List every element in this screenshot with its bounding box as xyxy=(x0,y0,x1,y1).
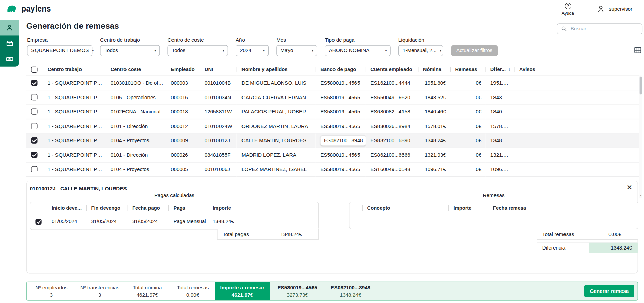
cell-cuenta: ES862100...6666 xyxy=(366,148,418,162)
select-all-checkbox[interactable] xyxy=(31,67,37,73)
tipo-paga-value: ABONO NOMINA xyxy=(329,48,370,53)
row-checkbox[interactable] xyxy=(31,123,37,129)
mes-value: Mayo xyxy=(280,48,293,53)
cell-remesas: 0€ xyxy=(450,90,485,105)
col-centro-trabajo[interactable]: Centro trabajo xyxy=(43,64,106,75)
empresa-select[interactable]: SQUAREPOINT DEMOS ▾ xyxy=(27,45,92,56)
help-button[interactable]: ? Ayuda xyxy=(562,3,574,15)
liquidacion-select[interactable]: 1-Mensual, 2... ▾ xyxy=(398,45,443,56)
cell-cuenta: ES550049...6620 xyxy=(366,90,418,105)
ano-select[interactable]: 2024 ▾ xyxy=(236,45,269,56)
col-importe: Importe xyxy=(208,202,319,214)
brand: paylens xyxy=(6,4,51,14)
update-filters-button[interactable]: Actualizar filtros xyxy=(451,45,498,56)
chevron-down-icon: ▾ xyxy=(263,48,265,52)
cell-empleado: 000018 xyxy=(166,104,200,119)
sidebar-item-payroll[interactable] xyxy=(0,35,19,51)
col-nombre[interactable]: Nombre y apellidos xyxy=(236,64,315,75)
summary-label: Total nómina xyxy=(133,285,162,290)
filter-centro-trabajo: Centro de trabajo Todos ▾ xyxy=(100,37,160,56)
cell-diferencia: 1951.80€ xyxy=(485,75,514,90)
col-banco[interactable]: Banco de pago xyxy=(316,64,366,75)
brand-name: paylens xyxy=(21,4,51,14)
row-checkbox[interactable] xyxy=(31,109,37,115)
banco-editable-chip[interactable]: ES082100...8948 xyxy=(320,135,366,145)
cell-remesas: 0€ xyxy=(450,104,485,119)
cell-diferencia: 1840.46€ xyxy=(485,104,514,119)
table-row[interactable]: 1 - SQUAREPOINT PR... 0104 - Proyectos 0… xyxy=(26,162,639,176)
chevron-down-icon: ▾ xyxy=(312,48,314,52)
summary-label: Nº empleados xyxy=(35,285,67,290)
summary-value: 4621.97€ xyxy=(137,292,158,298)
cell-dni: 00101006J xyxy=(200,162,236,176)
archive-box-icon xyxy=(5,39,13,47)
row-checkbox[interactable] xyxy=(31,166,37,172)
filter-label: Centro de trabajo xyxy=(100,37,160,43)
col-remesas[interactable]: Remesas xyxy=(450,64,485,75)
filter-label: Mes xyxy=(276,37,317,43)
col-avisos[interactable]: Avisos xyxy=(514,64,639,75)
detail-title: 01010012J - CALLE MARTIN, LOURDES xyxy=(30,186,127,192)
row-checkbox[interactable] xyxy=(31,152,37,158)
cell-dni: 00101004B xyxy=(200,75,236,90)
table-row[interactable]: 1 - SQUAREPOINT PR... 0101 - Dirección 0… xyxy=(26,119,639,133)
cell-diferencia: 1321.93€ xyxy=(485,148,514,162)
chevron-down-icon: ▾ xyxy=(385,48,387,52)
paga-row[interactable]: 01/05/2024 31/05/2024 31/05/2024 Paga Me… xyxy=(30,214,319,229)
table-row[interactable]: 1 - SQUAREPOINT PR... 0105 - Operaciones… xyxy=(26,90,639,105)
row-checkbox[interactable] xyxy=(31,137,37,144)
export-excel-icon[interactable] xyxy=(632,45,642,55)
centro-coste-select[interactable]: Todos ▾ xyxy=(167,45,228,56)
filter-empresa: Empresa SQUAREPOINT DEMOS ▾ xyxy=(27,37,92,56)
liquidacion-value: 1-Mensual, 2... xyxy=(402,48,436,53)
search-input[interactable] xyxy=(570,25,638,32)
col-centro-coste[interactable]: Centro coste xyxy=(106,64,166,75)
row-checkbox[interactable] xyxy=(31,80,37,86)
cell-remesas: 0€ xyxy=(450,119,485,133)
filter-label: Tipo de paga xyxy=(325,37,391,43)
generate-remesa-button[interactable]: Generar remesa xyxy=(584,285,634,297)
cell-centro-coste: 0101 - Dirección xyxy=(106,148,166,162)
summary-importe-a-remesar: Importe a remesar 4621.97€ xyxy=(215,282,270,300)
paylens-logo-icon xyxy=(6,5,18,13)
remesas-title: Remesas xyxy=(349,192,638,198)
centro-trabajo-select[interactable]: Todos ▾ xyxy=(100,45,160,56)
col-nomina[interactable]: Nómina xyxy=(418,64,450,75)
table-row-selected[interactable]: 1 - SQUAREPOINT PR... 0104 - Proyectos 0… xyxy=(26,133,639,148)
tipo-paga-select[interactable]: ABONO NOMINA ▾ xyxy=(325,45,391,56)
col-diferencia[interactable]: Difer...↓ xyxy=(485,64,514,75)
person-icon xyxy=(5,24,13,31)
user-menu[interactable]: supervisor xyxy=(597,4,632,14)
col-empleado[interactable]: Empleado xyxy=(166,64,200,75)
total-pagas-value: 1348.24€ xyxy=(280,231,302,237)
table-row[interactable]: 1 - SQUAREPOINT PR... 0101 - Dirección 0… xyxy=(26,148,639,162)
paga-checkbox[interactable] xyxy=(35,219,41,225)
cell-avisos xyxy=(514,90,639,105)
filter-label: Centro de coste xyxy=(167,37,228,43)
summary-num-empleados: Nº empleados 3 xyxy=(27,282,76,300)
sidebar-item-employees[interactable] xyxy=(0,20,19,35)
chevron-down-icon: ▾ xyxy=(92,48,94,52)
cell-nombre: PALACIOS PERAL, ROBERTO xyxy=(236,104,315,119)
col-cuenta[interactable]: Cuenta empleado xyxy=(366,64,418,75)
diferencia-box: Diferencia 1348.24€ xyxy=(537,242,638,253)
remittance-table: Centro trabajo Centro coste Empleado DNI… xyxy=(26,64,639,176)
mes-select[interactable]: Mayo ▾ xyxy=(276,45,317,56)
cell-centro-trabajo: 1 - SQUAREPOINT PR... xyxy=(43,104,106,119)
user-name: supervisor xyxy=(609,6,632,12)
scroll-down-icon[interactable]: ▾ xyxy=(639,194,642,198)
table-scrollbar[interactable]: ▾ xyxy=(639,75,642,198)
table-row[interactable]: 1 - SQUAREPOINT PR... 01030101OO - De of… xyxy=(26,75,639,90)
cell-nomina: 1321.93€ xyxy=(418,148,450,162)
cell-avisos xyxy=(514,162,639,176)
col-dni[interactable]: DNI xyxy=(200,64,236,75)
centro-trabajo-value: Todos xyxy=(104,48,118,53)
table-row[interactable]: 1 - SQUAREPOINT PR... 0102ECNA - Naciona… xyxy=(26,104,639,119)
summary-value: 3 xyxy=(50,292,53,298)
cell-centro-trabajo: 1 - SQUAREPOINT PR... xyxy=(43,119,106,133)
sidebar-item-payments[interactable] xyxy=(0,51,19,67)
close-icon[interactable]: ✕ xyxy=(627,183,632,192)
row-checkbox[interactable] xyxy=(31,94,37,100)
cell-centro-coste: 0105 - Operaciones xyxy=(106,90,166,105)
scrollbar-thumb[interactable] xyxy=(640,77,642,94)
